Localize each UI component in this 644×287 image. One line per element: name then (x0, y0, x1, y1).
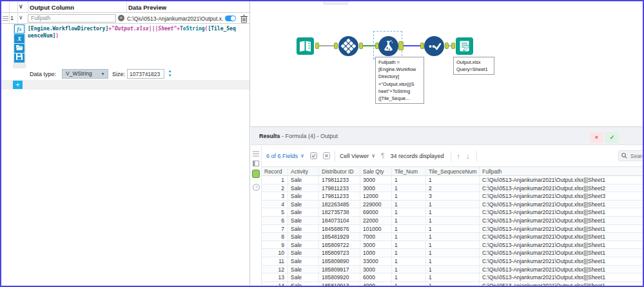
expression-token: [Engine.WorkflowDirectory] (28, 26, 108, 32)
output-anchor-tab[interactable] (252, 170, 260, 178)
expression-footer: Data type: V_WString ▼ Size: ▲ ▼ (1, 68, 249, 80)
table-cell: C:\Qiu\0513-Anjankumar2021\Output.xlsx||… (480, 266, 643, 273)
chevron-down-icon[interactable]: ∨ (371, 153, 375, 159)
table-cell: 1 (426, 208, 480, 216)
chevron-down-icon[interactable]: ∨ (19, 3, 23, 10)
canvas-tab (324, 1, 348, 5)
add-column-button[interactable]: + (13, 81, 23, 89)
show-whitespace-icon[interactable]: ¶ (381, 152, 384, 159)
table-cell: 1 (426, 233, 480, 241)
expression-line: [Engine.WorkflowDirectory]+"Output.xlsx|… (28, 25, 249, 32)
help-icon[interactable]: ? (253, 184, 260, 191)
fields-summary-button[interactable]: 6 of 6 Fields (266, 153, 298, 159)
table-cell: C:\Qiu\0513-Anjankumar2021\Output.xlsx||… (480, 273, 643, 281)
table-cell: C:\Qiu\0513-Anjankumar2021\Output.xlsx||… (480, 201, 643, 208)
table-cell: Sale (288, 266, 319, 273)
formula-tool[interactable] (378, 36, 398, 59)
results-table: RecordActivityDistributor IDSale QtyTile… (262, 166, 643, 286)
expression-text[interactable]: [Engine.WorkflowDirectory]+"Output.xlsx|… (28, 25, 249, 39)
table-cell: 7 (262, 225, 288, 233)
chevron-down-icon[interactable]: ∨ (300, 153, 304, 159)
output-annotation[interactable]: Output.xlsxQuery=Sheet1 (453, 57, 494, 75)
connection-input-tile (319, 45, 334, 46)
false-filter-button[interactable]: × (590, 132, 603, 143)
data-type-label: Data type: (30, 71, 56, 77)
column-header[interactable]: Tile_SequenceNum (426, 167, 480, 175)
table-row: 9Sale185809722300011C:\Qiu\0513-Anjankum… (262, 241, 643, 250)
output-anchor (359, 43, 363, 49)
column-header[interactable]: Fullpath (480, 167, 643, 175)
table-cell: 185809917 (319, 266, 360, 273)
column-header[interactable]: Sale Qty (360, 167, 392, 175)
column-header[interactable]: Tile_Num (392, 167, 426, 175)
insert-function-icon[interactable]: fx (14, 25, 24, 34)
grid-divider (126, 1, 127, 12)
save-expression-icon[interactable] (14, 54, 24, 63)
annotation-line: +"Output.xlsx|||S (378, 81, 421, 88)
table-cell: C:\Qiu\0513-Anjankumar2021\Output.xlsx||… (480, 176, 643, 184)
table-cell: C:\Qiu\0513-Anjankumar2021\Output.xlsx||… (480, 225, 643, 233)
column-header[interactable]: Record (262, 167, 288, 175)
output-column-input[interactable] (28, 14, 116, 23)
search-icon (621, 153, 627, 159)
search-input[interactable] (629, 152, 644, 160)
annotation-line: Output.xlsx (456, 59, 491, 66)
scroll-down-icon[interactable]: ↓ (466, 152, 470, 160)
table-body[interactable]: 1Sale179811233300011C:\Qiu\0513-Anjankum… (262, 176, 643, 286)
select-all-fields-icon[interactable] (310, 152, 317, 159)
table-cell: C:\Qiu\0513-Anjankumar2021\Output.xlsx||… (480, 217, 643, 224)
table-cell: 1 (392, 217, 426, 224)
scroll-up-icon[interactable]: ↑ (457, 152, 461, 160)
table-cell: Sale (288, 217, 319, 224)
table-cell: C:\Qiu\0513-Anjankumar2021\Output.xlsx||… (480, 184, 643, 192)
stepper-up-icon[interactable]: ▲ (166, 69, 173, 74)
table-cell: Sale (288, 184, 319, 192)
table-cell: 5 (262, 208, 288, 216)
stepper-down-icon[interactable]: ▼ (166, 74, 173, 78)
table-cell: 13 (262, 273, 288, 281)
output-anchor (398, 41, 404, 50)
table-row: 14Sale185810913400011C:\Qiu\0513-Anjanku… (262, 282, 643, 286)
table-cell: 9 (262, 241, 288, 249)
insert-variable-icon[interactable]: X (14, 34, 24, 43)
formula-row: 1 ∨ × C:\Qiu\0513-Anjankumar2021\Output.… (1, 13, 249, 24)
select-tool[interactable] (424, 36, 444, 59)
table-header-row: RecordActivityDistributor IDSale QtyTile… (262, 166, 643, 176)
deselect-fields-icon[interactable] (323, 152, 330, 159)
clear-field-icon[interactable]: × (118, 15, 124, 21)
table-cell: 10 (262, 249, 288, 257)
input-data-tool[interactable] (297, 37, 314, 57)
table-cell: 2 (262, 184, 288, 192)
table-cell: 2 (426, 184, 480, 192)
table-cell: 1 (426, 241, 480, 249)
cell-viewer-button[interactable]: Cell Viewer (340, 153, 369, 159)
row-enabled-toggle[interactable] (225, 15, 236, 21)
table-cell: 6000 (360, 273, 392, 281)
table-cell: 185809722 (319, 241, 360, 249)
output-data-tool[interactable] (456, 37, 473, 57)
table-cell: 1 (426, 201, 480, 208)
size-input[interactable] (127, 69, 164, 79)
table-cell: Sale (288, 201, 319, 208)
workflow-canvas[interactable]: Fullpath =[Engine.WorkflowDirectory]+"Ou… (251, 1, 644, 126)
open-expression-icon[interactable] (14, 44, 24, 53)
formula-annotation[interactable]: Fullpath =[Engine.WorkflowDirectory]+"Ou… (375, 57, 424, 104)
size-stepper[interactable]: ▲ ▼ (166, 69, 173, 79)
chevron-down-icon[interactable]: ∨ (19, 14, 23, 21)
table-cell: 8 (262, 233, 288, 241)
tile-tool[interactable] (338, 36, 358, 59)
true-filter-button[interactable]: ✓ (605, 132, 619, 143)
panel-layout-icon[interactable] (253, 157, 259, 169)
table-cell: C:\Qiu\0513-Anjankumar2021\Output.xlsx||… (480, 257, 643, 265)
table-row: 11Sale1858098903300011C:\Qiu\0513-Anjank… (262, 257, 643, 266)
column-header[interactable]: Activity (288, 167, 319, 175)
drag-handle-icon[interactable] (3, 16, 8, 22)
table-cell: 3000 (360, 241, 392, 249)
table-cell: 185481929 (319, 233, 360, 241)
expression-token: ToString (180, 26, 205, 32)
data-type-select[interactable]: V_WString ▼ (62, 69, 108, 79)
table-cell: 33000 (360, 257, 392, 265)
data-preview-header: Data Preview (128, 4, 166, 11)
column-header[interactable]: Distributor ID (319, 167, 360, 175)
results-search[interactable] (618, 150, 644, 161)
